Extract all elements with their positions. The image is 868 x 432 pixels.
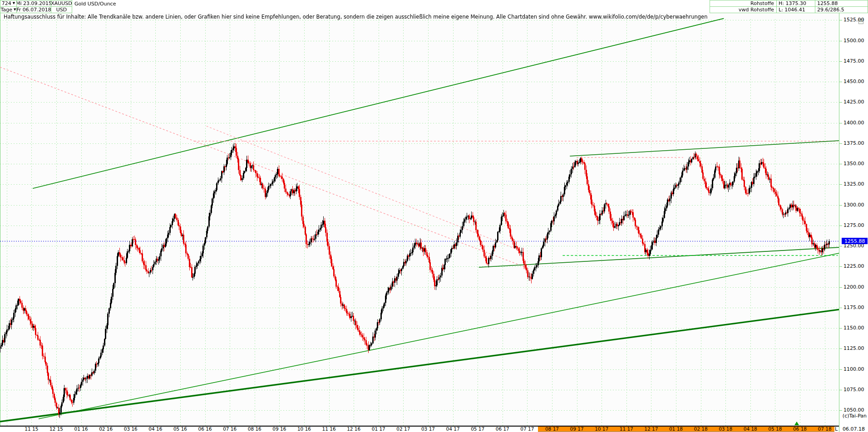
date-from-field[interactable]: Mi 23.09.2015 <box>16 0 51 7</box>
x-axis-label: 01 18 <box>669 426 683 432</box>
y-axis-label: 1325.00 <box>843 181 864 187</box>
bars-count-value: 724 <box>2 0 11 6</box>
x-axis-label: 04 18 <box>744 426 757 432</box>
y-axis-label: 1350.00 <box>843 161 864 167</box>
y-axis-label: 1375.00 <box>843 140 864 146</box>
y-axis-label: 1075.00 <box>843 387 864 393</box>
x-axis-label: 06 17 <box>496 426 509 432</box>
y-axis-tick <box>839 390 842 390</box>
y-axis-label: 1450.00 <box>843 79 864 84</box>
currency-label: USD <box>51 6 72 13</box>
y-axis-label: 1175.00 <box>843 304 864 310</box>
y-axis-tick <box>839 266 842 267</box>
y-axis-label: 1500.00 <box>843 38 864 44</box>
y-axis-tick <box>839 61 842 62</box>
y-axis-label: 1050.00 <box>843 407 864 413</box>
taipan-chart-window: 724 ▼ Mi 23.09.2015 XAUUSD Gold USD/Ounc… <box>0 0 868 432</box>
time-axis[interactable]: L 06.07.18 11 1512 1501 1602 1603 1604 1… <box>0 426 868 432</box>
x-axis-label: 05 18 <box>768 426 782 432</box>
price-axis[interactable]: − (c)Tai-Pan 1255.88 1525.001500.001475.… <box>839 13 868 426</box>
feed-label: vwd Rohstoffe <box>710 6 777 13</box>
y-axis-label: 1150.00 <box>843 325 864 331</box>
session-marker-triangle-icon <box>794 422 799 425</box>
y-axis-tick <box>839 287 842 288</box>
x-axis-label: 02 17 <box>396 426 410 432</box>
x-axis-label: 11 16 <box>322 426 336 432</box>
y-axis-tick <box>839 246 842 246</box>
last-price-tag: 1255.88 <box>842 238 868 244</box>
chart-plot-area[interactable]: Haftungsausschluss für Inhalte: Alle Tre… <box>0 13 839 426</box>
x-axis-label: 02 16 <box>99 426 113 432</box>
y-axis-tick <box>839 82 842 82</box>
y-axis-tick <box>839 369 842 370</box>
instrument-title: Gold USD/Ounce <box>73 0 182 7</box>
x-axis-label: 05 17 <box>471 426 484 432</box>
group-label: Rohstoffe <box>710 0 777 7</box>
y-axis-tick <box>839 328 842 329</box>
x-axis-label: 12 15 <box>49 426 63 432</box>
y-axis-tick <box>839 205 842 206</box>
y-axis-label: 1200.00 <box>843 284 864 290</box>
x-axis-label: 03 16 <box>124 426 138 432</box>
last-session-marker: L <box>835 426 838 432</box>
x-axis-label: 06 18 <box>793 426 807 432</box>
timeframe-dropdown[interactable]: Tage ▼ <box>0 6 17 13</box>
y-axis-label: 1125.00 <box>843 345 864 351</box>
x-axis-label: 02 18 <box>694 426 708 432</box>
chart-header: 724 ▼ Mi 23.09.2015 XAUUSD Gold USD/Ounc… <box>0 0 868 13</box>
x-axis-label: 10 17 <box>595 426 608 432</box>
x-axis-label: 08 17 <box>545 426 559 432</box>
y-axis-label: 1300.00 <box>843 202 864 208</box>
x-axis-label: 05 16 <box>173 426 187 432</box>
x-axis-label: 07 17 <box>520 426 534 432</box>
period-high-label: H: 1375.30 <box>776 0 815 7</box>
x-axis-label: 01 17 <box>372 426 385 432</box>
date-to-field[interactable]: Fr 06.07.2018 <box>16 6 51 13</box>
y-axis-label: 1525.00 <box>843 17 864 23</box>
y-axis-label: 1100.00 <box>843 366 864 372</box>
candlestick-canvas[interactable] <box>0 13 839 426</box>
bars-count-dropdown[interactable]: 724 ▼ <box>0 0 17 7</box>
x-axis-label: 03 17 <box>421 426 435 432</box>
x-axis-label: 04 16 <box>148 426 162 432</box>
x-axis-label: 12 16 <box>347 426 360 432</box>
y-axis-tick <box>839 410 842 411</box>
y-axis-label: 1425.00 <box>843 99 864 105</box>
symbol-field[interactable]: XAUUSD <box>51 0 72 7</box>
timeframe-value: Tage <box>1 7 12 13</box>
copyright-label: (c)Tai-Pan <box>843 413 867 419</box>
session-date-cell: 06.07.18 <box>839 426 868 432</box>
x-axis-label: 03 18 <box>719 426 732 432</box>
y-axis-label: 1400.00 <box>843 120 864 126</box>
chevron-down-icon: ▼ <box>14 8 16 11</box>
x-axis-label: 12 17 <box>644 426 658 432</box>
y-axis-tick <box>839 41 842 41</box>
x-axis-label: 06 16 <box>198 426 212 432</box>
x-axis-label: 09 16 <box>272 426 286 432</box>
x-axis-label: 08 16 <box>248 426 261 432</box>
y-axis-label: 1475.00 <box>843 58 864 64</box>
y-axis-label: 1275.00 <box>843 222 864 228</box>
y-axis-label: 1225.00 <box>843 263 864 269</box>
y-axis-tick <box>839 164 842 164</box>
y-axis-tick <box>839 226 842 226</box>
x-axis-label: 04 17 <box>446 426 460 432</box>
y-axis-tick <box>839 20 842 20</box>
x-axis-label: 09 17 <box>570 426 584 432</box>
period-low-label: L: 1046.41 <box>776 6 815 13</box>
y-axis-tick <box>839 308 842 308</box>
y-axis-tick <box>839 349 842 349</box>
x-axis-label: 10 16 <box>297 426 311 432</box>
y-axis-tick <box>839 102 842 103</box>
chevron-down-icon: ▼ <box>13 2 15 5</box>
x-axis-label: 07 16 <box>223 426 237 432</box>
x-axis-label: 11 17 <box>620 426 633 432</box>
x-axis-label: 07 18 <box>818 426 832 432</box>
y-axis-tick <box>839 184 842 185</box>
range-stat-header: 29.6/286.5 <box>815 6 868 13</box>
y-axis-tick <box>839 123 842 123</box>
last-price-header: 1255.88 <box>815 0 868 7</box>
x-axis-label: 01 16 <box>74 426 88 432</box>
disclaimer-text: Haftungsausschluss für Inhalte: Alle Tre… <box>4 14 707 20</box>
y-axis-tick <box>839 143 842 144</box>
